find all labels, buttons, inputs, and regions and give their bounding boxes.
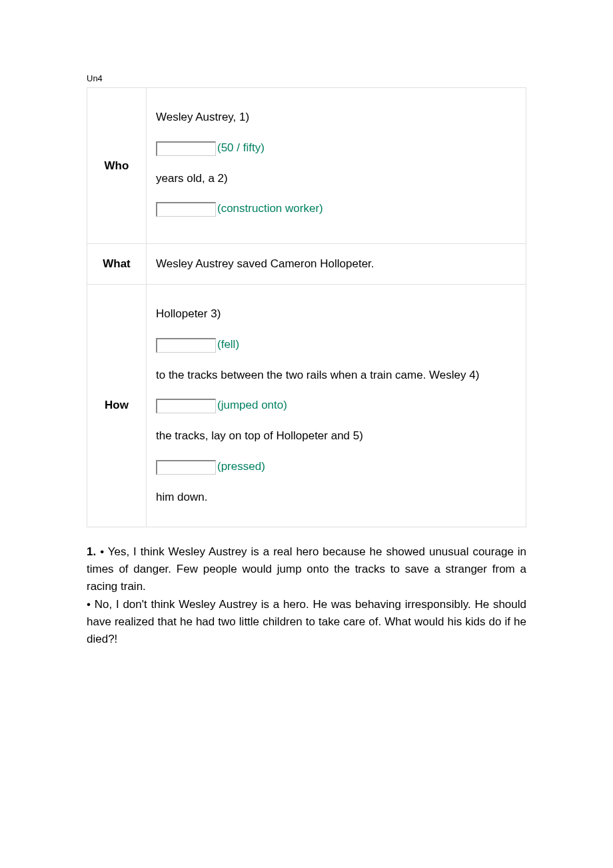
input-wrapper: (pressed) — [156, 459, 516, 475]
answer-input[interactable] — [156, 338, 216, 353]
answer-input[interactable] — [156, 202, 216, 217]
table-row: WhoWesley Austrey, 1)(50 / fifty)years o… — [87, 88, 526, 244]
exercise-table: WhoWesley Austrey, 1)(50 / fifty)years o… — [87, 87, 526, 527]
row-content: Wesley Austrey saved Cameron Hollopeter. — [147, 244, 526, 285]
answer-text: (jumped onto) — [216, 397, 287, 413]
content-text: Hollopeter 3) — [156, 306, 516, 322]
content-text: him down. — [156, 489, 516, 505]
content-text: the tracks, lay on top of Hollopeter and… — [156, 428, 516, 444]
answer-input[interactable] — [156, 460, 216, 475]
input-wrapper: (50 / fifty) — [156, 140, 516, 156]
content-text: Wesley Austrey, 1) — [156, 109, 516, 125]
content-text: to the tracks between the two rails when… — [156, 367, 516, 383]
header-label: Un4 — [87, 73, 526, 83]
paragraph-number: 1. — [87, 545, 96, 558]
answer-text: (pressed) — [216, 459, 265, 475]
page: Un4 WhoWesley Austrey, 1)(50 / fifty)yea… — [0, 0, 613, 715]
table-row: WhatWesley Austrey saved Cameron Hollope… — [87, 244, 526, 285]
paragraph-yes: • Yes, I think Wesley Austrey is a real … — [87, 545, 526, 593]
input-wrapper: (jumped onto) — [156, 397, 516, 413]
input-wrapper: (fell) — [156, 337, 516, 353]
row-label: What — [87, 244, 147, 285]
table-body: WhoWesley Austrey, 1)(50 / fifty)years o… — [87, 88, 526, 527]
answer-paragraph: 1. • Yes, I think Wesley Austrey is a re… — [87, 543, 526, 649]
row-label: How — [87, 284, 147, 527]
row-label: Who — [87, 88, 147, 244]
row-content: Hollopeter 3)(fell)to the tracks between… — [147, 284, 526, 527]
table-row: HowHollopeter 3)(fell)to the tracks betw… — [87, 284, 526, 527]
paragraph-no: • No, I don't think Wesley Austrey is a … — [87, 598, 526, 646]
content-text: Wesley Austrey saved Cameron Hollopeter. — [156, 257, 374, 270]
answer-text: (fell) — [216, 337, 239, 353]
input-wrapper: (construction worker) — [156, 201, 516, 217]
answer-input[interactable] — [156, 141, 216, 156]
answer-input[interactable] — [156, 399, 216, 413]
row-content: Wesley Austrey, 1)(50 / fifty)years old,… — [147, 88, 526, 244]
content-text: years old, a 2) — [156, 171, 516, 187]
answer-text: (construction worker) — [216, 201, 323, 217]
answer-text: (50 / fifty) — [216, 140, 265, 156]
